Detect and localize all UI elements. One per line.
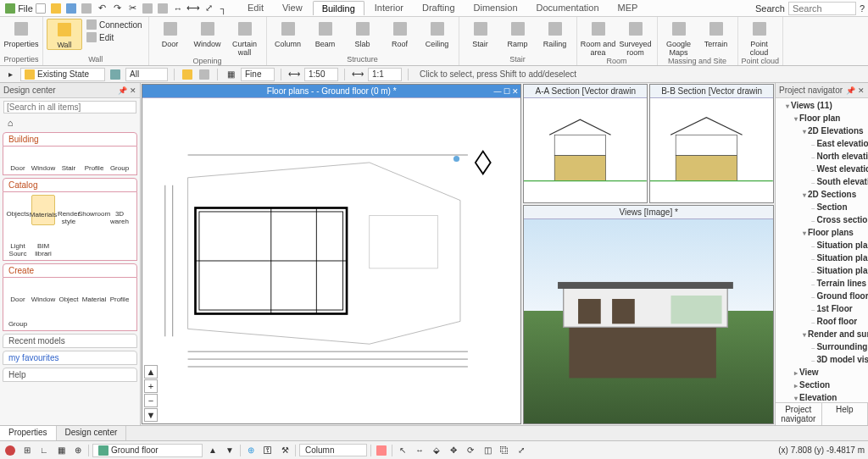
mirror-icon[interactable]: ◫ [481,444,494,457]
dc-item-materials[interactable]: Materials [31,195,55,225]
viewport-floorplan[interactable]: Floor plans - - Ground floor (0 m) * — ☐… [142,84,521,424]
ribbon-ramp[interactable]: Ramp [500,19,536,48]
dc-item-bim-librari[interactable]: BIM librari [31,227,55,257]
tree-section[interactable]: Section [794,379,866,392]
ribbon-point-cloud[interactable]: Point cloud [742,19,777,57]
lock-icon[interactable]: ⊕ [244,444,258,457]
bucket-icon[interactable]: ⬙ [430,444,443,457]
up-icon[interactable]: ▲ [206,444,220,457]
hammer-icon[interactable]: ⚒ [278,444,292,457]
pick-icon[interactable] [198,68,211,81]
ribbon-ceiling[interactable]: Ceiling [420,19,455,48]
nav-down-icon[interactable]: ▼ [144,408,158,422]
open-icon[interactable] [49,2,63,15]
tree-item[interactable]: Terrain lines [811,278,866,290]
ribbon-roof[interactable]: Roof [382,19,418,48]
undo-icon[interactable]: ↶ [95,2,108,15]
ribbon-window[interactable]: Window [190,19,225,48]
save-icon[interactable] [64,2,78,15]
dc-item-stair[interactable]: Stair [57,149,81,172]
section-catalog[interactable]: Catalog [3,178,137,192]
tree-item[interactable]: East elevation [811,138,866,151]
tree-2d-sections[interactable]: 2D Sections SectionCross section [803,189,866,227]
dc-item-material[interactable]: Material [82,280,106,303]
layers-icon[interactable] [108,68,122,81]
zoom-out-icon[interactable]: − [144,394,158,407]
cut-icon[interactable]: ✂ [125,2,139,15]
dc-item-profile[interactable]: Profile [82,149,106,172]
dc-item-window[interactable]: Window [31,149,55,172]
dc-item-door[interactable]: Door [6,149,30,172]
ribbon-curtain-wall[interactable]: Curtain wall [227,19,263,57]
ribbon-beam[interactable]: Beam [308,19,343,48]
dc-item-profile[interactable]: Profile [108,280,131,303]
ortho-icon[interactable]: ⊞ [20,444,34,457]
dc-item-objects[interactable]: Objects [6,195,30,225]
ribbon-terrain[interactable]: Terrain [698,19,734,48]
ribbon-edit[interactable]: Edit [84,31,145,43]
expand-icon[interactable]: ▸ [3,68,17,81]
dc-item-group[interactable]: Group [108,149,131,172]
tree-item[interactable]: Surrounding [811,341,866,354]
track-icon[interactable]: ∟ [37,444,51,457]
tree-item[interactable]: 1st Floor [811,303,866,316]
project-tree[interactable]: Views (11) Floor plan 2D Elevations East… [776,98,868,402]
ribbon-connection[interactable]: Connection [84,19,145,30]
tree-item[interactable]: North elevation [811,151,866,163]
move-icon[interactable]: ✥ [447,444,460,457]
ribbon-column[interactable]: Column [270,19,306,48]
nav-up-icon[interactable]: ▲ [144,365,158,379]
ribbon-properties[interactable]: Properties [3,19,39,48]
tree-views[interactable]: Views (11) Floor plan 2D Elevations East… [786,100,866,402]
menu-tab-edit[interactable]: Edit [239,1,272,15]
ribbon-slab[interactable]: Slab [345,19,381,48]
menu-tab-drafting[interactable]: Drafting [414,1,464,15]
tree-item[interactable]: South elevation [811,176,866,189]
menu-tab-interior[interactable]: Interior [366,1,412,15]
tree-item[interactable]: Cross section [811,214,866,227]
ribbon-google-maps[interactable]: Google Maps [661,19,697,57]
ratio-icon[interactable]: ⟷ [351,68,364,81]
copy2-icon[interactable]: ⿻ [498,444,511,457]
pin-icon[interactable]: 📌 ✕ [846,86,865,95]
rotate-icon[interactable]: ⟳ [464,444,477,457]
tab-properties[interactable]: Properties [0,426,57,440]
dim3-icon[interactable]: ⤢ [202,2,215,15]
tree-item[interactable]: Ground floor [811,290,866,303]
tab-design-center[interactable]: Design center [57,426,127,440]
tree-item[interactable]: 3D model visuals [811,354,866,367]
ribbon-stair[interactable]: Stair [463,19,498,48]
ribbon-room-and-area[interactable]: Room and area [581,19,616,57]
menu-tab-mep[interactable]: MEP [609,1,647,15]
snap-icon[interactable] [3,444,17,457]
dc-item-showroom[interactable]: Showroom [82,195,106,225]
key-icon[interactable]: ⚿ [261,444,275,457]
search-input[interactable] [788,2,856,15]
print-icon[interactable] [80,2,93,15]
section-favourites[interactable]: my favourites [3,351,137,365]
measure-icon[interactable]: ↔ [413,444,426,457]
detail-select[interactable]: Fine [241,68,275,81]
pin-icon[interactable]: 📌 ✕ [118,86,136,95]
arrow-icon[interactable]: ↖ [396,444,409,457]
section-recent[interactable]: Recent models [3,334,137,348]
section-b-canvas[interactable] [650,98,773,202]
state-select[interactable]: Existing State [20,68,105,81]
redo-icon[interactable]: ↷ [110,2,124,15]
scale-icon[interactable]: ⟷ [287,68,301,81]
down-icon[interactable]: ▼ [223,444,236,457]
dc-item-door[interactable]: Door [6,280,30,303]
dc-item-light-sourc[interactable]: Light Sourc [6,227,30,257]
tree-item[interactable]: Section [811,202,866,214]
axis-icon[interactable]: ⊕ [71,444,85,457]
dc-item-3d-wareh[interactable]: 3D wareh [108,195,131,225]
menu-tab-building[interactable]: Building [313,1,364,15]
ribbon-railing[interactable]: Railing [537,19,573,48]
section-a-canvas[interactable] [524,98,647,202]
tree-render-surrounding[interactable]: Render and surrounding Surrounding3D mod… [803,329,866,367]
ribbon-surveyed-room[interactable]: Surveyed room [618,19,654,57]
viewport-section-a[interactable]: A-A Section [Vector drawin [523,84,648,203]
paste-icon[interactable] [156,2,170,15]
tab-project-navigator[interactable]: Project navigator [776,403,822,425]
section-building[interactable]: Building [3,132,137,147]
